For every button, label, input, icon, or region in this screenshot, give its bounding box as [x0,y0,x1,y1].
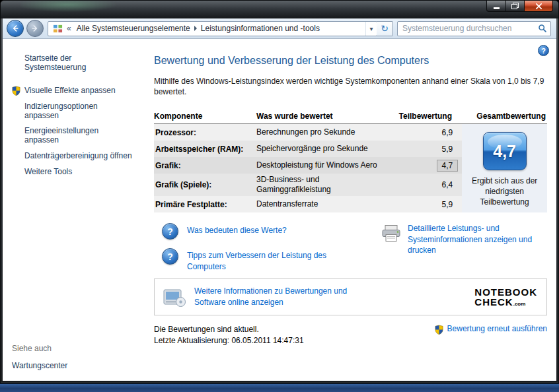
assessed-description: Speichervorgänge pro Sekunde [256,144,395,154]
table-row-graphics: Grafik: Desktopleistung für Windows Aero… [154,157,462,174]
status-text: Die Bewertungen sind aktuell. Letzte Akt… [154,324,304,347]
intro-text: Mithilfe des Windows-Leistungsindex werd… [154,76,547,97]
restore-button[interactable] [505,1,524,12]
help-links-area: ? Was bedeuten diese Werte? ? Tipps zum … [154,223,547,271]
search-icon[interactable] [538,24,547,33]
logo-suffix: .com [513,301,526,307]
software-box-icon [161,286,186,308]
help-link-values-label[interactable]: Was bedeuten diese Werte? [187,225,287,236]
search-box[interactable] [397,21,551,36]
help-link-tips-label[interactable]: Tipps zum Verbessern der Leistung des Co… [187,250,339,271]
main-content: ? Bewertung und Verbesserung der Leistun… [138,39,556,381]
back-button[interactable] [7,20,24,37]
see-also-header: Siehe auch [3,344,134,353]
component-name: Arbeitsspeicher (RAM): [154,145,256,154]
titlebar [1,1,558,18]
sidebar-item-label: Datenträgerbereinigung öffnen [24,151,132,160]
window-body: « Alle Systemsteuerungselemente Leistung… [3,18,556,381]
assessed-description: Berechnungen pro Sekunde [256,127,395,137]
online-info-link[interactable]: Weitere Informationen zu Bewertungen und… [194,286,373,308]
page-title: Bewertung und Verbesserung der Leistung … [154,55,547,67]
sidebar-item-label: Weitere Tools [24,167,72,176]
table-rows: Prozessor: Berechnungen pro Sekunde 6,9 … [154,124,462,212]
navigation-bar: « Alle Systemsteuerungselemente Leistung… [3,18,556,39]
print-link-label[interactable]: Detaillierte Leistungs- und Systeminform… [408,223,543,255]
refresh-button[interactable]: ↻ [377,21,393,36]
base-score-caption: Ergibt sich aus der niedrigsten Teilbewe… [468,176,542,207]
component-name: Grafik (Spiele): [154,180,256,189]
back-arrow-icon [10,23,20,34]
header-component: Komponente [154,112,256,121]
see-also-section: Siehe auch Wartungscenter [3,344,134,370]
forward-button[interactable] [26,20,44,37]
minimize-button[interactable] [486,1,505,12]
control-panel-window: « Alle Systemsteuerungselemente Leistung… [0,0,559,383]
table-row-ram: Arbeitsspeicher (RAM): Speichervorgänge … [154,141,462,157]
help-button[interactable]: ? [538,45,549,56]
help-link-values[interactable]: ? Was bedeuten diese Werte? [154,223,372,240]
subscore-value: 6,4 [395,180,462,189]
sidebar-item-disk-cleanup[interactable]: Datenträgerbereinigung öffnen [3,152,134,161]
sidebar-item-label: Energieeinstellungen anpassen [24,126,98,145]
base-score-badge: 4,7 [483,132,527,170]
assessed-description: 3D-Business- und Gaminggrafikleistung [256,175,395,195]
sidebar-item-label: Visuelle Effekte anpassen [24,86,116,95]
table-row-processor: Prozessor: Berechnungen pro Sekunde 6,9 [154,124,462,141]
component-name: Primäre Festplatte: [154,200,256,209]
sidebar-item-label: Indizierungsoptionen anpassen [24,102,98,120]
header-subscore: Teilbewertung [395,112,461,121]
sidebar-item-action-center[interactable]: Wartungscenter [3,361,134,370]
minimize-icon [494,7,500,9]
forward-arrow-icon [30,23,40,34]
base-score-panel: 4,7 Ergibt sich aus der niedrigsten Teil… [462,124,547,212]
breadcrumb-segment-performance[interactable]: Leistungsinformationen und -tools [198,24,323,33]
assessed-description: Datentransferrate [256,199,395,209]
subscore-value: 5,9 [395,200,462,209]
control-panel-icon [53,24,63,34]
close-icon [535,3,542,10]
subscore-value: 6,9 [395,128,462,137]
question-mark-icon[interactable]: ? [162,223,178,240]
breadcrumb[interactable]: « Alle Systemsteuerungselemente Leistung… [48,21,377,36]
question-mark-icon[interactable]: ? [162,248,178,265]
breadcrumb-dropdown-icon[interactable]: ▾ [365,22,377,36]
table-body: Prozessor: Berechnungen pro Sekunde 6,9 … [154,124,547,212]
search-input[interactable] [402,24,538,33]
rerun-assessment-label[interactable]: Bewertung erneut ausführen [447,324,547,333]
breadcrumb-overflow-icon[interactable]: « [65,24,73,33]
online-info-box: Weitere Informationen zu Bewertungen und… [154,278,547,315]
help-link-tips[interactable]: ? Tipps zum Verbessern der Leistung des … [154,248,372,271]
breadcrumb-separator-icon [194,26,197,31]
sidebar-item-power-settings[interactable]: Energieeinstellungen anpassen [3,127,134,145]
rerun-assessment[interactable]: Bewertung erneut ausführen [434,324,547,347]
window-controls [486,1,553,12]
lowest-subscore-highlight: 4,7 [437,160,459,172]
close-button[interactable] [524,1,553,12]
print-link-block[interactable]: Detaillierte Leistungs- und Systeminform… [381,223,547,271]
component-name: Prozessor: [154,128,256,137]
restore-icon [511,3,519,9]
table-row-primary-disk: Primäre Festplatte: Datentransferrate 5,… [154,196,462,212]
sidebar-item-visual-effects[interactable]: Visuelle Effekte anpassen [3,86,134,96]
component-name: Grafik: [154,161,256,170]
header-assessed: Was wurde bewertet [256,112,395,121]
uac-shield-icon [434,325,444,335]
table-row-gaming-graphics: Grafik (Spiele): 3D-Business- und Gaming… [154,174,462,196]
table-header: Komponente Was wurde bewertet Teilbewert… [154,112,547,124]
client-area: Startseite der Systemsteuerung Visuelle … [3,39,556,381]
sidebar-item-home[interactable]: Startseite der Systemsteuerung [3,53,134,72]
logo-line1: NOTEBOOK [474,287,537,297]
status-row: Die Bewertungen sind aktuell. Letzte Akt… [154,324,547,347]
logo-line2: CHECK.com [474,297,537,307]
uac-shield-icon [11,86,21,96]
sidebar: Startseite der Systemsteuerung Visuelle … [3,39,138,381]
taskbar[interactable] [0,383,559,392]
status-line-updated: Letzte Aktualisierung: 06.05.2011 14:47:… [154,335,304,346]
sidebar-item-more-tools[interactable]: Weitere Tools [3,168,134,177]
subscore-value: 5,9 [395,145,462,154]
breadcrumb-segment-all-items[interactable]: Alle Systemsteuerungselemente [73,24,194,33]
notebookcheck-logo: NOTEBOOK CHECK.com [474,287,537,307]
help-links-column: ? Was bedeuten diese Werte? ? Tipps zum … [154,223,372,271]
sidebar-item-indexing-options[interactable]: Indizierungsoptionen anpassen [3,102,134,121]
subscore-value: 4,7 [395,160,462,172]
